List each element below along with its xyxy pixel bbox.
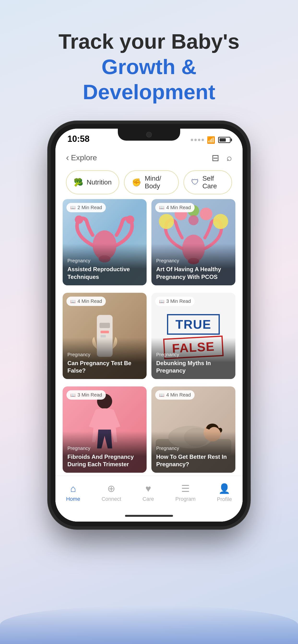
read-icon-5: 📖: [70, 392, 76, 398]
read-time-1: 2 Min Read: [77, 205, 102, 210]
nav-action-icons: ⊟ ⌕: [212, 152, 232, 163]
read-time-3: 4 Min Read: [77, 298, 102, 304]
filter-icon[interactable]: ⊟: [212, 152, 219, 163]
app-content: ‹ Explore ⊟ ⌕ 🥦 Nutrition ✊: [55, 148, 243, 522]
tab-selfcare[interactable]: 🛡 Self Care: [184, 170, 232, 194]
home-indicator: [55, 512, 243, 522]
card-3-title: Can Pregnancy Test Be False?: [67, 360, 142, 374]
profile-icon: 👤: [218, 483, 230, 494]
care-icon: ♥: [145, 483, 151, 494]
filter-tabs: 🥦 Nutrition ✊ Mind/ Body 🛡 Self Care: [55, 168, 243, 199]
read-icon: 📖: [70, 205, 76, 210]
front-camera: [146, 132, 152, 138]
svg-point-6: [159, 214, 174, 229]
tab-mindbody-label: Mind/ Body: [145, 175, 171, 190]
program-label: Program: [175, 496, 196, 502]
svg-point-7: [213, 214, 228, 229]
signal-indicator: [191, 139, 204, 141]
notch: [118, 129, 180, 141]
card-4-title: Debunking Myths In Pregnancy: [156, 360, 231, 374]
read-badge-4: 📖 3 Min Read: [155, 296, 195, 306]
read-icon-6: 📖: [159, 392, 164, 398]
back-arrow-icon: ‹: [66, 152, 69, 163]
tab-nutrition[interactable]: 🥦 Nutrition: [66, 170, 119, 194]
svg-rect-14: [100, 330, 109, 333]
svg-point-9: [200, 208, 212, 220]
program-icon: ☰: [181, 483, 190, 494]
tab-selfcare-label: Self Care: [202, 175, 224, 190]
nav-title: Explore: [71, 153, 97, 162]
care-label: Care: [142, 496, 154, 502]
article-card-1[interactable]: 📖 2 Min Read Pregnancy Assisted Reproduc…: [63, 199, 146, 285]
back-button[interactable]: ‹ Explore: [66, 152, 97, 163]
article-card-5[interactable]: 📖 3 Min Read Pregnancy Fibroids And Preg…: [63, 386, 146, 473]
connect-label: Connect: [101, 496, 121, 502]
true-label: TRUE: [167, 314, 220, 335]
search-icon[interactable]: ⌕: [226, 152, 232, 163]
read-badge-5: 📖 3 Min Read: [66, 390, 106, 400]
article-card-2[interactable]: 📖 4 Min Read Pregnancy Art Of Having A H…: [152, 199, 235, 285]
card-4-category: Pregnancy: [156, 352, 231, 358]
home-icon: ⌂: [70, 483, 76, 494]
wifi-icon: 📶: [207, 136, 215, 144]
read-time-6: 4 Min Read: [166, 392, 191, 398]
nav-program[interactable]: ☰ Program: [171, 480, 200, 504]
mindbody-icon: ✊: [132, 178, 141, 187]
bottom-decoration: [0, 606, 298, 644]
nav-profile[interactable]: 👤 Profile: [212, 480, 237, 505]
hero-highlight: Growth &Development: [83, 55, 215, 104]
article-card-3[interactable]: 📖 4 Min Read Pregnancy Can Pregnancy Tes…: [63, 293, 146, 379]
card-6-category: Pregnancy: [156, 446, 231, 451]
card-4-overlay: Pregnancy Debunking Myths In Pregnancy: [152, 338, 235, 379]
read-badge-2: 📖 4 Min Read: [155, 203, 195, 212]
tab-nutrition-label: Nutrition: [87, 178, 112, 186]
card-1-overlay: Pregnancy Assisted Reproductive Techniqu…: [63, 244, 146, 285]
nutrition-icon: 🥦: [74, 178, 83, 187]
nav-care[interactable]: ♥ Care: [138, 481, 159, 504]
card-2-overlay: Pregnancy Art Of Having A Healthy Pregna…: [152, 244, 235, 285]
profile-label: Profile: [217, 496, 232, 502]
read-icon-4: 📖: [159, 299, 164, 304]
read-time-4: 3 Min Read: [166, 298, 191, 304]
svg-point-2: [75, 216, 83, 224]
read-badge-3: 📖 4 Min Read: [66, 296, 106, 306]
phone-screen: 10:58 📶: [55, 129, 243, 522]
home-bar: [125, 515, 173, 517]
svg-point-11: [188, 215, 198, 225]
card-5-overlay: Pregnancy Fibroids And Pregnancy During …: [63, 431, 146, 473]
article-card-4[interactable]: TRUE FALSE 📖 3 Min Read Pregnancy Debunk…: [152, 293, 235, 379]
status-time: 10:58: [67, 134, 89, 144]
read-badge-1: 📖 2 Min Read: [66, 203, 106, 212]
card-1-title: Assisted Reproductive Techniques: [67, 266, 142, 280]
svg-point-3: [126, 216, 134, 224]
card-5-title: Fibroids And Pregnancy During Each Trime…: [67, 453, 142, 468]
card-3-overlay: Pregnancy Can Pregnancy Test Be False?: [63, 338, 146, 379]
card-2-category: Pregnancy: [156, 258, 231, 264]
articles-grid: 📖 2 Min Read Pregnancy Assisted Reproduc…: [55, 199, 243, 476]
bottom-navigation: ⌂ Home ⊕ Connect ♥ Care ☰ Program: [55, 476, 243, 512]
selfcare-icon: 🛡: [191, 178, 199, 187]
card-2-title: Art Of Having A Healthy Pregnancy With P…: [156, 266, 231, 280]
battery-icon: [218, 137, 231, 143]
nav-home[interactable]: ⌂ Home: [61, 481, 85, 504]
phone-frame: 10:58 📶: [51, 124, 247, 526]
hero-title: Track your Baby's Growth &Development: [19, 29, 279, 105]
nav-connect[interactable]: ⊕ Connect: [97, 480, 126, 504]
tab-mindbody[interactable]: ✊ Mind/ Body: [124, 170, 179, 194]
home-label: Home: [66, 496, 80, 502]
card-1-category: Pregnancy: [67, 258, 142, 264]
phone-mockup: 10:58 📶: [51, 124, 247, 526]
read-time-2: 4 Min Read: [166, 205, 191, 210]
read-icon-2: 📖: [159, 205, 164, 210]
svg-rect-15: [100, 335, 106, 338]
svg-rect-13: [99, 323, 110, 328]
card-6-title: How To Get Better Rest In Pregnancy?: [156, 453, 231, 468]
nav-header: ‹ Explore ⊟ ⌕: [55, 148, 243, 168]
card-5-category: Pregnancy: [67, 446, 142, 451]
read-icon-3: 📖: [70, 299, 76, 304]
card-3-category: Pregnancy: [67, 352, 142, 358]
read-time-5: 3 Min Read: [77, 392, 102, 398]
hero-section: Track your Baby's Growth &Development: [0, 29, 298, 105]
read-badge-6: 📖 4 Min Read: [155, 390, 195, 400]
article-card-6[interactable]: 📖 4 Min Read Pregnancy How To Get Better…: [152, 386, 235, 473]
